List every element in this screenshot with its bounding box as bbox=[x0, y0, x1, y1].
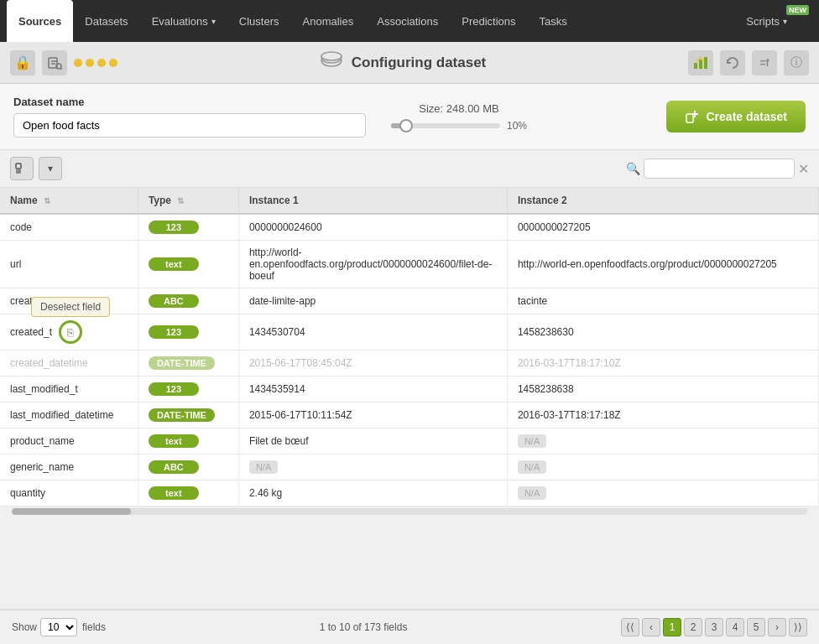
dot-1 bbox=[74, 59, 82, 67]
type-badge[interactable]: text bbox=[149, 434, 199, 448]
col-header-instance1: Instance 1 bbox=[238, 188, 507, 214]
info-icon[interactable]: ⓘ bbox=[784, 50, 809, 75]
col-header-type[interactable]: Type ⇅ bbox=[138, 188, 238, 214]
instance1-cell: 2015-06-17T10:11:54Z bbox=[238, 402, 507, 428]
search-area: 🔍 ✕ bbox=[626, 158, 809, 179]
dataset-name-input[interactable] bbox=[13, 113, 366, 138]
refresh-icon[interactable] bbox=[720, 50, 745, 75]
instance2-cell: 1458238638 bbox=[507, 377, 818, 402]
fields-icon bbox=[15, 163, 29, 174]
sort-icon[interactable]: ⇅ bbox=[177, 196, 184, 205]
table-toolbar: ▾ 🔍 ✕ bbox=[0, 150, 819, 188]
svg-rect-14 bbox=[16, 169, 21, 174]
instance2-cell: N/A bbox=[507, 454, 818, 480]
instance1-cell: date-limite-app bbox=[238, 288, 507, 314]
chart-icon[interactable] bbox=[688, 50, 713, 75]
dataset-name-section: Dataset name bbox=[13, 96, 366, 138]
table-row: generic_nameABCN/AN/A bbox=[0, 454, 819, 480]
pagination-info: 1 to 10 of 173 fields bbox=[106, 621, 621, 633]
page-5-button[interactable]: 5 bbox=[747, 618, 765, 636]
instance2-cell: N/A bbox=[507, 428, 818, 454]
type-badge[interactable]: 123 bbox=[149, 382, 199, 396]
sort-icon[interactable]: ⇅ bbox=[44, 196, 50, 205]
nav-item-tasks[interactable]: Tasks bbox=[528, 0, 579, 42]
table-row: last_modified_datetimeDATE-TIME2015-06-1… bbox=[0, 402, 819, 428]
table-header-row: Name ⇅ Type ⇅ Instance 1 Instance 2 bbox=[0, 188, 819, 214]
dot-2 bbox=[86, 59, 94, 67]
instance1-cell: Filet de bœuf bbox=[238, 428, 507, 454]
slider-pct: 10% bbox=[507, 120, 527, 132]
show-select[interactable]: 10 25 50 bbox=[40, 618, 77, 636]
instance2-cell: 0000000027205 bbox=[507, 214, 818, 241]
dropdown-toggle-button[interactable]: ▾ bbox=[39, 157, 62, 180]
page-title-area: Configuring dataset bbox=[124, 51, 681, 74]
search-input[interactable] bbox=[644, 158, 795, 179]
deselect-tooltip-container: Deselect field⎘ bbox=[59, 320, 82, 344]
type-badge[interactable]: ABC bbox=[149, 294, 199, 308]
svg-rect-6 bbox=[694, 63, 697, 69]
size-section: Size: 248.00 MB 10% bbox=[391, 102, 527, 132]
table-row: last_modified_t12314345359141458238638 bbox=[0, 377, 819, 402]
svg-rect-13 bbox=[16, 164, 21, 169]
slider-thumb[interactable] bbox=[399, 119, 413, 132]
dataset-name-label: Dataset name bbox=[13, 96, 366, 108]
bottom-bar: Show 10 25 50 fields 1 to 10 of 173 fiel… bbox=[0, 609, 819, 644]
page-2-button[interactable]: 2 bbox=[684, 618, 702, 636]
deselect-field-button[interactable]: ⎘ bbox=[59, 320, 82, 344]
field-name: created_datetime bbox=[0, 351, 138, 377]
dot-3 bbox=[97, 59, 106, 67]
nav-item-clusters[interactable]: Clusters bbox=[227, 0, 291, 42]
svg-rect-8 bbox=[704, 57, 707, 69]
nav-item-evaluations[interactable]: Evaluations ▾ bbox=[140, 0, 227, 42]
nav-item-anomalies[interactable]: Anomalies bbox=[291, 0, 366, 42]
col-header-name[interactable]: Name ⇅ bbox=[0, 188, 138, 214]
type-badge[interactable]: ABC bbox=[149, 460, 199, 474]
chevron-down-icon: ▾ bbox=[211, 17, 216, 26]
create-dataset-icon bbox=[685, 109, 700, 124]
type-badge[interactable]: text bbox=[149, 486, 199, 500]
clear-search-button[interactable]: ✕ bbox=[798, 161, 809, 177]
progress-dots bbox=[74, 59, 117, 67]
page-1-button[interactable]: 1 bbox=[663, 618, 681, 636]
field-name: quantity bbox=[0, 480, 138, 506]
col-header-instance2: Instance 2 bbox=[507, 188, 818, 214]
page-first-button[interactable]: ⟨⟨ bbox=[621, 618, 639, 636]
nav-item-scripts[interactable]: NEW Scripts ▾ bbox=[734, 0, 812, 42]
slider-track[interactable] bbox=[391, 123, 500, 128]
instance1-cell: 1434535914 bbox=[238, 377, 507, 402]
page-4-button[interactable]: 4 bbox=[726, 618, 744, 636]
nav-item-associations[interactable]: Associations bbox=[365, 0, 450, 42]
lock-icon[interactable]: 🔒 bbox=[10, 50, 35, 75]
formula-icon[interactable]: =f bbox=[752, 50, 777, 75]
instance2-cell: 1458238630 bbox=[507, 314, 818, 351]
field-name: code bbox=[0, 214, 138, 241]
table-row: created_datetimeDATE-TIME2015-06-17T08:4… bbox=[0, 351, 819, 377]
create-dataset-button[interactable]: Create dataset bbox=[666, 101, 806, 132]
page-prev-button[interactable]: ‹ bbox=[642, 618, 660, 636]
nav-item-sources[interactable]: Sources bbox=[7, 0, 73, 42]
field-name: creator bbox=[0, 288, 138, 314]
field-toggle-button[interactable] bbox=[10, 157, 34, 180]
scrollbar-thumb[interactable] bbox=[12, 508, 131, 515]
page-last-button[interactable]: ⟩⟩ bbox=[789, 618, 807, 636]
type-badge[interactable]: 123 bbox=[149, 221, 199, 234]
type-badge[interactable]: 123 bbox=[149, 325, 199, 339]
toolbar: 🔒 Configuring dataset bbox=[0, 42, 819, 84]
svg-line-4 bbox=[60, 68, 62, 70]
source-icon-svg bbox=[47, 55, 62, 70]
type-badge[interactable]: DATE-TIME bbox=[149, 356, 215, 370]
source-icon[interactable] bbox=[42, 50, 67, 75]
nav-item-datasets[interactable]: Datasets bbox=[73, 0, 139, 42]
page-3-button[interactable]: 3 bbox=[705, 618, 723, 636]
table-row: code12300000000246000000000027205 bbox=[0, 214, 819, 241]
field-name: url bbox=[0, 241, 138, 288]
instance1-cell: http://world-en.openfoodfacts.org/produc… bbox=[238, 241, 507, 288]
type-badge[interactable]: text bbox=[149, 257, 199, 271]
page-next-button[interactable]: › bbox=[768, 618, 786, 636]
type-badge[interactable]: DATE-TIME bbox=[149, 408, 215, 422]
svg-rect-7 bbox=[699, 60, 702, 69]
dot-4 bbox=[109, 59, 117, 67]
horizontal-scrollbar[interactable] bbox=[12, 508, 807, 515]
nav-item-predictions[interactable]: Predictions bbox=[450, 0, 527, 42]
size-label: Size: 248.00 MB bbox=[419, 102, 498, 115]
